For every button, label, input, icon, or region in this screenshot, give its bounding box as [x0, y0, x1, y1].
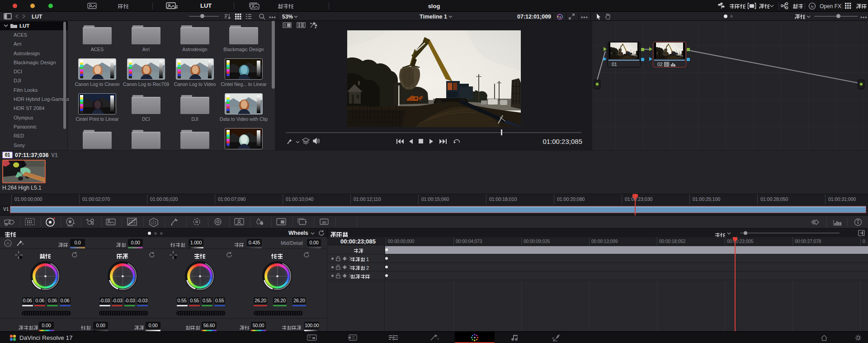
svg-text:HDR: HDR	[67, 224, 74, 227]
svg-text:fx: fx	[811, 5, 814, 9]
svg-text:3D: 3D	[322, 220, 326, 224]
svg-text:A: A	[6, 241, 9, 246]
